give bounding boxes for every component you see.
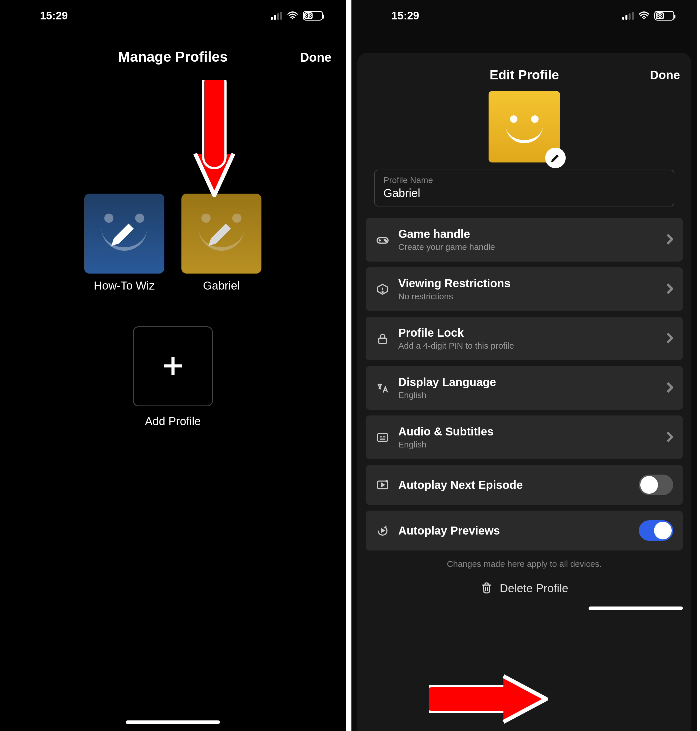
row-title: Profile Lock <box>398 326 658 339</box>
done-button[interactable]: Done <box>300 50 331 65</box>
chevron-right-icon <box>666 332 673 345</box>
header: Manage Profiles Done <box>0 31 346 71</box>
trash-icon <box>480 581 493 595</box>
avatar-gabriel[interactable] <box>488 91 560 163</box>
status-bar: 15:29 33 <box>351 0 697 31</box>
chevron-right-icon <box>666 283 673 295</box>
row-subtitle: English <box>398 390 658 400</box>
delete-label: Delete Profile <box>500 582 568 595</box>
footer-note: Changes made here apply to all devices. <box>366 559 683 569</box>
row-display-language[interactable]: Display Language English <box>366 366 683 410</box>
profile-name: How-To Wiz <box>94 279 154 292</box>
avatar-section <box>366 91 683 163</box>
profile-name-field[interactable]: Profile Name Gabriel <box>374 170 674 207</box>
sheet-header: Edit Profile Done <box>366 62 683 91</box>
row-subtitle: No restrictions <box>398 292 658 301</box>
svg-rect-6 <box>379 338 387 343</box>
status-indicators: 33 <box>622 10 674 22</box>
avatar-gabriel <box>181 194 262 273</box>
row-subtitle: English <box>398 440 658 449</box>
gamepad-icon <box>375 233 390 247</box>
pencil-icon <box>209 220 234 247</box>
add-profile-label: Add Profile <box>145 415 201 428</box>
wifi-icon <box>639 10 649 22</box>
profile-name: Gabriel <box>203 279 240 292</box>
battery-level: 33 <box>304 12 313 19</box>
autoplay-previews-toggle[interactable] <box>639 520 673 541</box>
warning-icon <box>375 282 390 297</box>
profile-tile-howtowiz[interactable]: How-To Wiz <box>84 194 164 292</box>
battery-level: 33 <box>656 12 664 19</box>
settings-list: Game handle Create your game handle View… <box>366 218 683 550</box>
wifi-icon <box>287 10 298 22</box>
add-profile-box[interactable] <box>133 326 213 406</box>
phone-edit-profile: 15:29 33 Edit Profile Done <box>351 0 697 731</box>
row-title: Autoplay Previews <box>398 524 630 537</box>
profiles-grid: How-To Wiz Gabriel <box>0 194 346 292</box>
autoplay-next-icon <box>375 478 390 492</box>
row-title: Audio & Subtitles <box>398 425 658 438</box>
status-indicators: 33 <box>271 10 323 22</box>
row-title: Viewing Restrictions <box>398 277 658 290</box>
chevron-right-icon <box>666 233 673 246</box>
row-profile-lock[interactable]: Profile Lock Add a 4-digit PIN to this p… <box>366 317 683 360</box>
avatar-howtowiz <box>84 194 164 273</box>
svg-rect-7 <box>378 433 388 441</box>
edit-avatar-button[interactable] <box>545 148 566 168</box>
cellular-icon <box>622 12 634 20</box>
add-profile[interactable]: Add Profile <box>0 326 346 428</box>
lock-icon <box>375 332 390 346</box>
page-title: Manage Profiles <box>118 48 228 65</box>
edit-profile-sheet: Edit Profile Done Profile Name Gabriel G… <box>357 53 691 731</box>
row-title: Autoplay Next Episode <box>398 479 630 492</box>
page-title: Edit Profile <box>366 67 683 82</box>
status-time: 15:29 <box>40 10 68 22</box>
svg-point-4 <box>385 240 387 242</box>
status-bar: 15:29 33 <box>0 0 346 31</box>
row-autoplay-next: Autoplay Next Episode <box>366 465 683 505</box>
status-time: 15:29 <box>391 10 419 22</box>
field-value: Gabriel <box>384 187 665 200</box>
home-indicator[interactable] <box>588 606 683 610</box>
profile-tile-gabriel[interactable]: Gabriel <box>181 194 262 292</box>
row-title: Game handle <box>398 228 658 241</box>
row-audio-subtitles[interactable]: Audio & Subtitles English <box>366 415 683 459</box>
language-icon <box>375 381 390 395</box>
field-label: Profile Name <box>384 175 665 185</box>
chevron-right-icon <box>666 431 673 444</box>
autoplay-previews-icon <box>375 523 390 538</box>
battery-icon: 33 <box>654 11 674 21</box>
annotation-arrow-down <box>190 80 238 203</box>
row-game-handle[interactable]: Game handle Create your game handle <box>366 218 683 261</box>
row-subtitle: Create your game handle <box>398 242 658 252</box>
delete-profile-button[interactable]: Delete Profile <box>366 574 683 606</box>
svg-point-1 <box>643 18 645 19</box>
chevron-right-icon <box>666 382 673 394</box>
annotation-arrow-right <box>429 671 549 728</box>
svg-point-0 <box>292 18 293 19</box>
plus-icon <box>161 354 185 379</box>
subtitles-icon <box>375 430 390 445</box>
autoplay-next-toggle[interactable] <box>639 474 673 495</box>
home-indicator[interactable] <box>126 721 220 724</box>
row-viewing-restrictions[interactable]: Viewing Restrictions No restrictions <box>366 267 683 311</box>
pencil-icon <box>112 220 137 247</box>
battery-icon: 33 <box>303 11 323 21</box>
row-autoplay-previews: Autoplay Previews <box>366 511 683 550</box>
phone-manage-profiles: 15:29 33 Manage Profiles Done <box>0 0 346 731</box>
row-title: Display Language <box>398 376 658 389</box>
svg-point-5 <box>382 291 383 292</box>
cellular-icon <box>271 12 282 20</box>
done-button[interactable]: Done <box>650 68 680 82</box>
row-subtitle: Add a 4-digit PIN to this profile <box>398 341 658 351</box>
